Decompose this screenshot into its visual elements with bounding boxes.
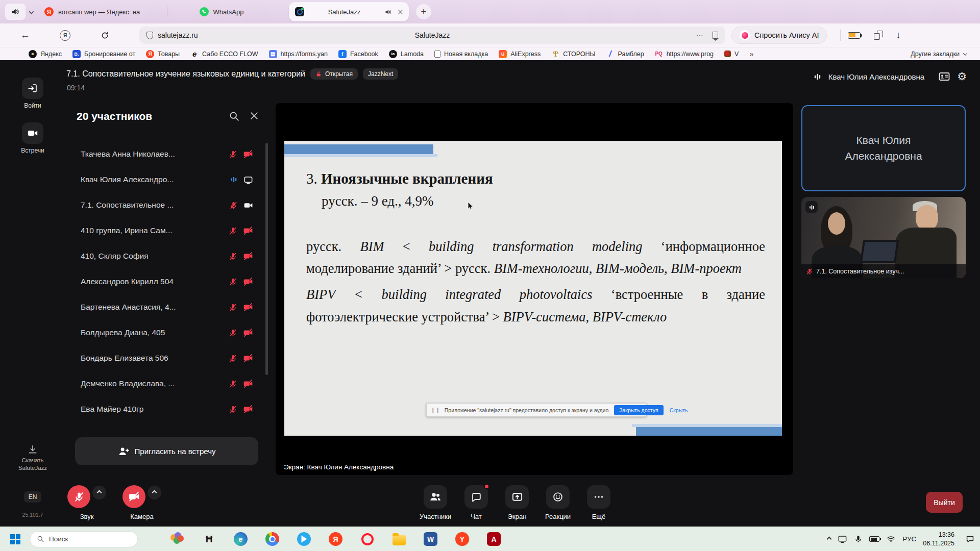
- taskbar-search[interactable]: Поиск: [30, 531, 138, 547]
- reload-button[interactable]: [100, 31, 110, 40]
- contacts-button[interactable]: [938, 70, 950, 83]
- rail-download-app[interactable]: СкачатьSaluteJazz: [0, 444, 65, 472]
- tray-notifications-icon[interactable]: [965, 534, 975, 544]
- tab-whatsapp[interactable]: WhatsApp: [167, 0, 276, 23]
- participants-scrollbar[interactable]: [265, 143, 268, 375]
- tab-audio-mute-button[interactable]: [5, 4, 26, 20]
- participant-row[interactable]: Квач Юлия Александро...: [65, 167, 272, 192]
- invite-button[interactable]: Пригласить на встречу: [75, 437, 258, 465]
- bookmark-ecco[interactable]: e Сабо ECCO FLOW: [190, 50, 258, 58]
- other-bookmarks-button[interactable]: Другие закладки: [911, 51, 967, 58]
- tray-cast-icon[interactable]: [838, 534, 847, 544]
- participant-row[interactable]: Ева Майер 410гр: [65, 396, 272, 422]
- bookmark-tovary[interactable]: Я Товары: [146, 50, 180, 58]
- bookmark-storony[interactable]: СТОРОНЫ: [551, 50, 595, 58]
- ask-alice-button[interactable]: Спросить Алису AI: [731, 27, 827, 44]
- taskbar-app-h-icon[interactable]: Ħ: [202, 532, 216, 546]
- bookmark-booking[interactable]: В. Бронирование от: [72, 50, 135, 58]
- tray-expand-icon[interactable]: [827, 537, 832, 542]
- bookmark-new-tab[interactable]: Новая вкладка: [434, 51, 488, 58]
- sound-options-button[interactable]: [92, 486, 106, 499]
- yandex-star-icon: +: [29, 50, 37, 58]
- bookmark-prog[interactable]: PQ https://www.prog: [655, 50, 714, 58]
- bookmark-rambler[interactable]: / Рамблер: [606, 50, 644, 58]
- bookmark-label: Facebook: [350, 51, 378, 58]
- taskbar-chrome-icon[interactable]: [265, 532, 279, 546]
- rail-login[interactable]: Войти: [0, 78, 65, 109]
- taskbar-acrobat-icon[interactable]: A: [487, 532, 501, 546]
- battery-saver-icon[interactable]: [848, 32, 861, 39]
- start-button[interactable]: [10, 534, 20, 544]
- tray-mic-icon[interactable]: [854, 535, 863, 543]
- bookmark-forms[interactable]: ▤ https://forms.yan: [269, 50, 328, 58]
- taskbar-explorer-icon[interactable]: [392, 532, 406, 546]
- taskbar-telegram-icon[interactable]: [297, 532, 311, 546]
- participant-row[interactable]: 7.1. Сопоставительное ...: [65, 192, 272, 218]
- taskbar-widgets-icon[interactable]: [170, 532, 184, 546]
- more-button[interactable]: Ещё: [579, 485, 619, 520]
- participant-row[interactable]: Ткачева Анна Николаев...: [65, 141, 272, 167]
- tab-close-icon[interactable]: [397, 9, 404, 15]
- chat-button[interactable]: Чат: [456, 485, 496, 520]
- tray-language[interactable]: РУС: [902, 535, 916, 543]
- camera-off-icon: [243, 251, 253, 261]
- tray-battery-icon[interactable]: [869, 536, 879, 542]
- tab-audio-icon[interactable]: [384, 8, 392, 16]
- reactions-button[interactable]: Реакции: [538, 485, 578, 520]
- participant-row[interactable]: Бондарь Елизавета 506: [65, 345, 272, 371]
- mic-toggle-button[interactable]: [67, 485, 90, 508]
- participant-row[interactable]: Демченко Владислава, ...: [65, 371, 272, 396]
- bookmark-lamoda[interactable]: la Lamoda: [389, 50, 424, 58]
- address-bar[interactable]: salutejazz.ru SaluteJazz ⋯: [139, 27, 725, 44]
- downloads-button[interactable]: ↓: [896, 30, 901, 41]
- hide-notice-link[interactable]: Скрыть: [670, 407, 688, 413]
- search-icon[interactable]: [229, 111, 240, 122]
- salutejazz-app: 7.1. Сопоставительное изучение языковых …: [0, 60, 980, 527]
- video-tile-camera[interactable]: 7.1. Сопоставительное изуч...: [801, 197, 966, 278]
- participant-row[interactable]: 410, Скляр София: [65, 243, 272, 269]
- bookmark-yandex[interactable]: + Яндекс: [29, 50, 62, 58]
- participant-row[interactable]: 410 группа, Ирина Сам...: [65, 218, 272, 243]
- participant-row[interactable]: Бартенева Анастасия, 4...: [65, 294, 272, 320]
- new-tab-button[interactable]: +: [416, 4, 431, 19]
- tray-clock[interactable]: 13:36 06.11.2025: [923, 531, 954, 547]
- bookmark-label: Яндекс: [40, 51, 62, 58]
- participant-row[interactable]: Александров Кирилл 504: [65, 269, 272, 294]
- tab-title: SaluteJazz: [328, 8, 361, 16]
- stop-sharing-button[interactable]: Закрыть доступ: [614, 405, 663, 415]
- taskbar-opera-icon[interactable]: [360, 532, 374, 546]
- bookmark-flower[interactable]: V: [724, 51, 739, 58]
- bookmark-aliexpress[interactable]: ∪ AliExpress: [499, 50, 541, 58]
- participant-row[interactable]: Болдырева Диана, 405: [65, 320, 272, 345]
- back-button[interactable]: ←: [20, 30, 30, 41]
- leave-button[interactable]: Выйти: [926, 492, 963, 513]
- tray-wifi-icon[interactable]: [886, 534, 896, 544]
- smiley-icon: [552, 491, 564, 503]
- bookmark-facebook[interactable]: f Facebook: [338, 50, 378, 58]
- tab-audio-dropdown[interactable]: [30, 7, 33, 16]
- settings-button[interactable]: ⚙: [957, 70, 967, 83]
- taskbar-word-icon[interactable]: W: [424, 532, 437, 546]
- participants-count-title: 20 участников: [77, 110, 229, 122]
- extensions-icon[interactable]: [874, 31, 883, 40]
- address-more-button[interactable]: ⋯: [696, 31, 704, 39]
- bookmark-page-icon[interactable]: [713, 32, 718, 39]
- tray-time: 13:36: [939, 531, 954, 538]
- taskbar-yandex-browser-icon[interactable]: Y: [455, 532, 469, 546]
- camera-toggle-button[interactable]: [122, 485, 145, 508]
- participant-name: Ева Майер 410гр: [81, 405, 229, 414]
- taskbar-yandex-icon[interactable]: Я: [329, 532, 342, 546]
- taskbar-edge-icon[interactable]: e: [234, 532, 248, 546]
- rail-meetings[interactable]: Встречи: [0, 122, 65, 154]
- yandex-favicon: Я: [44, 7, 54, 16]
- bookmarks-overflow-button[interactable]: »: [749, 50, 753, 58]
- tab-yandex-search[interactable]: Я вотсапп wep — Яндекс: на: [38, 0, 167, 23]
- close-icon[interactable]: [249, 111, 259, 121]
- site-security-icon[interactable]: [146, 32, 153, 39]
- participants-button[interactable]: Участники: [415, 485, 455, 520]
- video-tile-active-speaker[interactable]: Квач Юлия Александровна: [801, 105, 966, 191]
- share-screen-button[interactable]: Экран: [497, 485, 537, 520]
- camera-options-button[interactable]: [148, 486, 161, 499]
- yandex-home-button[interactable]: Я: [60, 30, 70, 41]
- tab-salutejazz-active[interactable]: SaluteJazz: [289, 2, 409, 21]
